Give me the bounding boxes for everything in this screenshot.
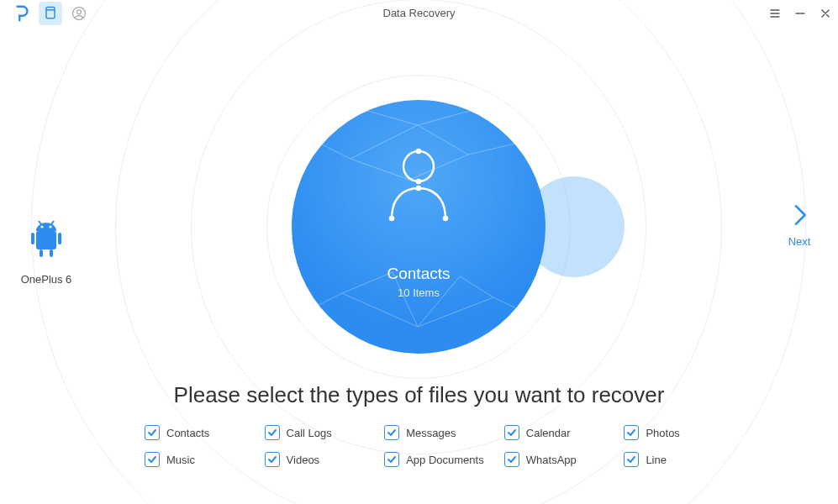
checkbox[interactable] [265, 452, 280, 467]
checkbox[interactable] [384, 452, 399, 467]
checkbox[interactable] [265, 425, 280, 440]
checkbox[interactable] [624, 425, 639, 440]
checkbox[interactable] [145, 425, 160, 440]
option-music[interactable]: Music [145, 452, 258, 467]
checkbox[interactable] [624, 452, 639, 467]
svg-rect-3 [36, 231, 56, 249]
option-calendar[interactable]: Calendar [504, 425, 618, 440]
prompt-text: Please select the types of files you wan… [0, 382, 838, 408]
svg-point-16 [444, 217, 447, 220]
svg-point-17 [417, 186, 420, 190]
minimize-button[interactable] [794, 8, 806, 19]
svg-point-15 [390, 217, 393, 220]
option-label: Music [166, 454, 195, 466]
svg-line-11 [51, 221, 54, 224]
option-app-documents[interactable]: App Documents [384, 452, 498, 467]
option-label: Call Logs [287, 427, 332, 439]
svg-point-5 [49, 225, 51, 228]
option-contacts[interactable]: Contacts [145, 425, 258, 440]
option-label: Line [646, 454, 667, 466]
next-label: Next [788, 235, 811, 248]
option-label: WhatsApp [526, 454, 577, 466]
checkbox[interactable] [145, 452, 160, 467]
checkbox[interactable] [384, 425, 399, 440]
option-label: Messages [406, 427, 456, 439]
option-call-logs[interactable]: Call Logs [265, 425, 378, 440]
svg-point-12 [403, 151, 434, 181]
option-messages[interactable]: Messages [384, 425, 498, 440]
device-panel: OnePlus 6 [0, 0, 92, 504]
option-photos[interactable]: Photos [624, 425, 737, 440]
option-label: Photos [646, 427, 679, 439]
mesh-decoration [292, 100, 545, 354]
option-label: Videos [287, 454, 320, 466]
featured-category-card[interactable]: Contacts 10 Items [292, 100, 545, 354]
svg-point-13 [417, 150, 420, 153]
menu-icon[interactable] [769, 8, 781, 19]
svg-point-14 [417, 180, 420, 183]
checkbox[interactable] [504, 452, 519, 467]
chevron-right-icon [786, 202, 813, 228]
svg-rect-8 [40, 249, 43, 257]
option-whatsapp[interactable]: WhatsApp [504, 452, 618, 467]
title-bar: Data Recovery [0, 0, 838, 27]
svg-line-10 [39, 221, 41, 224]
window-title: Data Recovery [0, 0, 838, 27]
option-label: App Documents [406, 454, 484, 466]
svg-rect-6 [31, 233, 34, 244]
featured-subtitle: 10 Items [398, 286, 440, 299]
svg-rect-7 [58, 233, 61, 244]
file-type-options: ContactsCall LogsMessagesCalendarPhotosM… [145, 425, 737, 467]
svg-point-4 [40, 225, 43, 228]
contacts-person-icon [385, 146, 452, 222]
option-line[interactable]: Line [624, 452, 737, 467]
option-label: Contacts [166, 427, 209, 439]
android-icon [29, 219, 63, 261]
option-videos[interactable]: Videos [265, 452, 378, 467]
next-button[interactable]: Next [786, 202, 813, 248]
svg-rect-9 [50, 249, 53, 257]
checkbox[interactable] [504, 425, 519, 440]
device-label: OnePlus 6 [21, 273, 72, 286]
option-label: Calendar [526, 427, 571, 439]
close-button[interactable] [820, 8, 831, 19]
